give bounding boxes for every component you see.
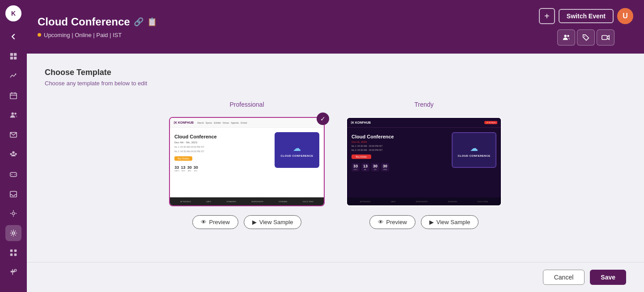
svg-point-11: [12, 151, 14, 154]
template-professional-actions: 👁 Preview ▶ View Sample: [192, 215, 302, 229]
svg-point-17: [11, 174, 12, 175]
svg-rect-0: [10, 53, 13, 56]
svg-rect-1: [14, 53, 17, 56]
svg-point-33: [585, 36, 585, 37]
sidebar: K: [0, 0, 27, 292]
template-trendy: Trendy ⟨K KONFHUB ⚡ Hi There Cloud: [346, 101, 502, 229]
sidebar-logo[interactable]: K: [5, 5, 21, 21]
svg-rect-29: [14, 254, 17, 256]
event-title-row: Cloud Conference 🔗 📋: [38, 16, 157, 28]
main-content: Cloud Conference 🔗 📋 Upcoming | Online |…: [27, 0, 644, 292]
template-professional-label: Professional: [229, 101, 264, 108]
selected-checkmark: ✓: [317, 113, 329, 125]
sidebar-item-integrations[interactable]: [5, 205, 21, 221]
svg-point-13: [15, 153, 17, 155]
avatar[interactable]: U: [617, 8, 633, 24]
sidebar-item-team[interactable]: [5, 146, 21, 163]
sidebar-item-settings[interactable]: [5, 225, 21, 241]
save-button[interactable]: Save: [590, 270, 626, 285]
link-icon[interactable]: 🔗: [134, 17, 144, 27]
content-footer: Cancel Save: [27, 262, 644, 292]
template-professional-frame[interactable]: ⟨K KONFHUB Attend ·Spons ·Exhibit ·Venue…: [169, 117, 325, 206]
trendy-template-mock: ⟨K KONFHUB ⚡ Hi There Cloud Conference O…: [347, 118, 501, 205]
svg-rect-28: [10, 254, 13, 256]
event-title-text: Cloud Conference: [38, 16, 130, 28]
svg-rect-3: [14, 57, 17, 59]
event-status: Upcoming | Online | Paid | IST: [38, 32, 157, 38]
svg-point-20: [12, 212, 14, 214]
eye-icon-trendy: 👁: [378, 219, 384, 225]
template-trendy-preview-wrap[interactable]: ⟨K KONFHUB ⚡ Hi There Cloud Conference O…: [346, 117, 502, 206]
svg-point-18: [15, 174, 16, 175]
svg-rect-14: [10, 172, 17, 176]
header-left: Cloud Conference 🔗 📋 Upcoming | Online |…: [38, 16, 157, 38]
template-trendy-label: Trendy: [414, 101, 433, 108]
switch-event-button[interactable]: Switch Event: [559, 9, 614, 23]
svg-rect-4: [10, 93, 17, 99]
sidebar-item-dashboard[interactable]: [5, 48, 21, 64]
tag-icon-btn[interactable]: [577, 29, 595, 46]
header-top-actions: + Switch Event U: [539, 8, 633, 24]
svg-point-12: [10, 153, 12, 155]
header-icon-group: [557, 29, 614, 46]
svg-point-30: [14, 269, 17, 271]
sidebar-item-calendar[interactable]: [5, 88, 21, 104]
prof-template-mock: ⟨K KONFHUB Attend ·Spons ·Exhibit ·Venue…: [170, 118, 324, 205]
trendy-preview-button[interactable]: 👁 Preview: [369, 215, 415, 229]
sidebar-item-back[interactable]: [5, 29, 21, 45]
svg-rect-2: [10, 57, 13, 59]
professional-preview-button[interactable]: 👁 Preview: [192, 215, 238, 229]
attendees-icon-btn[interactable]: [557, 29, 575, 46]
templates-row: Professional ✓ ⟨K KONFHUB Attend ·Spons: [45, 101, 626, 229]
copy-icon[interactable]: 📋: [147, 17, 157, 27]
professional-view-sample-button[interactable]: ▶ View Sample: [244, 215, 302, 229]
sidebar-item-games[interactable]: [5, 166, 21, 182]
svg-point-31: [564, 35, 567, 37]
sidebar-item-people[interactable]: [5, 107, 21, 123]
header-right: + Switch Event U: [539, 8, 633, 46]
sidebar-item-plugins[interactable]: [5, 264, 21, 280]
sidebar-item-email[interactable]: [5, 127, 21, 143]
page-title: Choose Template: [45, 68, 626, 77]
template-professional: Professional ✓ ⟨K KONFHUB Attend ·Spons: [169, 101, 325, 229]
template-trendy-actions: 👁 Preview ▶ View Sample: [369, 215, 479, 229]
play-icon: ▶: [252, 219, 257, 225]
sidebar-item-apps[interactable]: [5, 245, 21, 261]
sidebar-item-inbox[interactable]: [5, 186, 21, 202]
svg-point-8: [12, 113, 14, 115]
svg-point-9: [14, 113, 17, 115]
sidebar-item-analytics[interactable]: [5, 68, 21, 84]
eye-icon: 👁: [201, 219, 207, 225]
event-status-text: Upcoming | Online | Paid | IST: [44, 32, 122, 38]
video-icon-btn[interactable]: [597, 29, 614, 46]
header: Cloud Conference 🔗 📋 Upcoming | Online |…: [27, 0, 644, 54]
template-trendy-frame[interactable]: ⟨K KONFHUB ⚡ Hi There Cloud Conference O…: [346, 117, 502, 206]
page-subtitle: Choose any template from below to edit: [45, 80, 626, 87]
svg-rect-34: [602, 36, 607, 40]
template-professional-preview-wrap[interactable]: ✓ ⟨K KONFHUB Attend ·Spons ·Exhibit ·V: [169, 117, 325, 206]
svg-rect-26: [10, 250, 13, 252]
svg-point-25: [12, 232, 14, 234]
status-dot: [38, 33, 41, 37]
content-area: Choose Template Choose any template from…: [27, 54, 644, 262]
svg-rect-27: [14, 250, 17, 252]
add-button[interactable]: +: [539, 8, 555, 24]
play-icon-trendy: ▶: [429, 219, 434, 225]
trendy-view-sample-button[interactable]: ▶ View Sample: [421, 215, 479, 229]
svg-point-32: [568, 35, 570, 37]
cancel-button[interactable]: Cancel: [543, 270, 585, 285]
